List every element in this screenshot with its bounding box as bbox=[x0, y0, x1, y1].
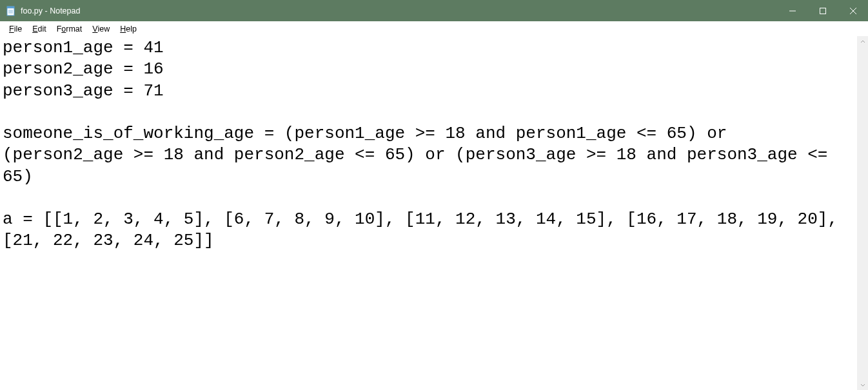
menubar: File Edit Format View Help bbox=[0, 21, 868, 36]
scroll-down-arrow[interactable] bbox=[857, 379, 868, 390]
scroll-up-arrow[interactable] bbox=[857, 36, 868, 47]
notepad-icon bbox=[6, 6, 16, 16]
close-button[interactable] bbox=[838, 0, 868, 21]
titlebar[interactable]: foo.py - Notepad bbox=[0, 0, 868, 21]
maximize-button[interactable] bbox=[807, 0, 838, 21]
scrollbar-track[interactable] bbox=[857, 47, 868, 379]
minimize-button[interactable] bbox=[777, 0, 807, 21]
window-title: foo.py - Notepad bbox=[21, 6, 777, 15]
text-editor[interactable]: person1_age = 41 person2_age = 16 person… bbox=[0, 36, 857, 390]
menu-edit[interactable]: Edit bbox=[27, 23, 52, 35]
menu-file[interactable]: File bbox=[4, 23, 27, 35]
menu-help[interactable]: Help bbox=[115, 23, 142, 35]
svg-rect-1 bbox=[7, 6, 14, 8]
menu-format[interactable]: Format bbox=[52, 23, 88, 35]
menu-view[interactable]: View bbox=[87, 23, 115, 35]
vertical-scrollbar[interactable] bbox=[857, 36, 868, 390]
svg-rect-6 bbox=[820, 8, 825, 14]
content-area: person1_age = 41 person2_age = 16 person… bbox=[0, 36, 868, 390]
window-controls bbox=[777, 0, 868, 21]
